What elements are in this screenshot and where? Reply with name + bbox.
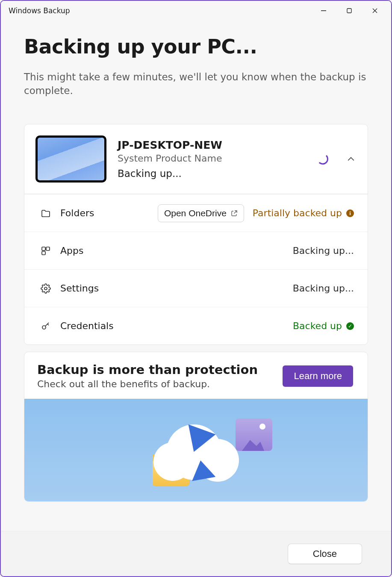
category-status: Backed up ✓ (293, 321, 354, 331)
svg-point-8 (42, 326, 46, 329)
close-window-button[interactable] (362, 1, 388, 20)
category-label: Credentials (60, 321, 133, 331)
promo-illustration (24, 399, 368, 501)
category-row-credentials: Credentials Backed up ✓ (24, 307, 368, 344)
minimize-button[interactable] (311, 1, 336, 20)
device-card: JP-DESKTOP-NEW System Product Name Backi… (24, 124, 368, 345)
titlebar: Windows Backup (1, 1, 391, 21)
promo-card: Backup is more than protection Check out… (24, 352, 368, 502)
device-status: Backing up... (118, 168, 306, 179)
category-row-folders: Folders Open OneDrive Partially backed u… (24, 194, 368, 232)
external-link-icon (231, 210, 238, 217)
main-content: Backing up your PC... This might take a … (1, 21, 391, 531)
footer: Close (1, 531, 391, 576)
svg-rect-1 (347, 9, 351, 13)
category-label: Settings (60, 283, 133, 294)
category-row-apps: Apps Backing up... (24, 232, 368, 269)
loading-spinner-icon (317, 153, 328, 165)
picture-illustration-icon (236, 418, 272, 451)
gear-icon (41, 283, 60, 294)
chevron-up-icon[interactable] (347, 155, 355, 163)
open-onedrive-label: Open OneDrive (164, 208, 227, 218)
category-status: Partially backed up i (253, 208, 354, 218)
device-product: System Product Name (118, 153, 306, 164)
learn-more-button[interactable]: Learn more (283, 365, 353, 387)
svg-point-7 (44, 287, 47, 290)
open-onedrive-button[interactable]: Open OneDrive (158, 204, 244, 222)
check-badge-icon: ✓ (346, 322, 354, 330)
category-label: Apps (60, 245, 133, 256)
device-thumbnail (35, 135, 106, 183)
svg-rect-5 (46, 247, 50, 250)
promo-header: Backup is more than protection Check out… (24, 352, 368, 399)
svg-rect-6 (42, 251, 45, 255)
category-label: Folders (60, 208, 133, 218)
apps-icon (41, 246, 60, 256)
promo-subtitle: Check out all the benefits of backup. (37, 379, 272, 389)
device-header[interactable]: JP-DESKTOP-NEW System Product Name Backi… (24, 124, 368, 194)
category-status: Backing up... (293, 283, 354, 294)
device-name: JP-DESKTOP-NEW (118, 139, 306, 151)
svg-rect-4 (42, 247, 45, 250)
page-title: Backing up your PC... (24, 35, 368, 58)
cloud-sync-icon (153, 424, 239, 480)
info-badge-icon: i (346, 209, 354, 217)
category-status: Backing up... (293, 245, 354, 256)
window-title: Windows Backup (9, 6, 311, 15)
folder-icon (41, 208, 60, 218)
promo-title: Backup is more than protection (37, 362, 272, 377)
page-subtitle: This might take a few minutes, we'll let… (24, 70, 368, 97)
maximize-button[interactable] (336, 1, 362, 20)
key-icon (41, 321, 60, 331)
close-button[interactable]: Close (288, 544, 362, 564)
category-row-settings: Settings Backing up... (24, 269, 368, 307)
device-info: JP-DESKTOP-NEW System Product Name Backi… (118, 139, 306, 179)
